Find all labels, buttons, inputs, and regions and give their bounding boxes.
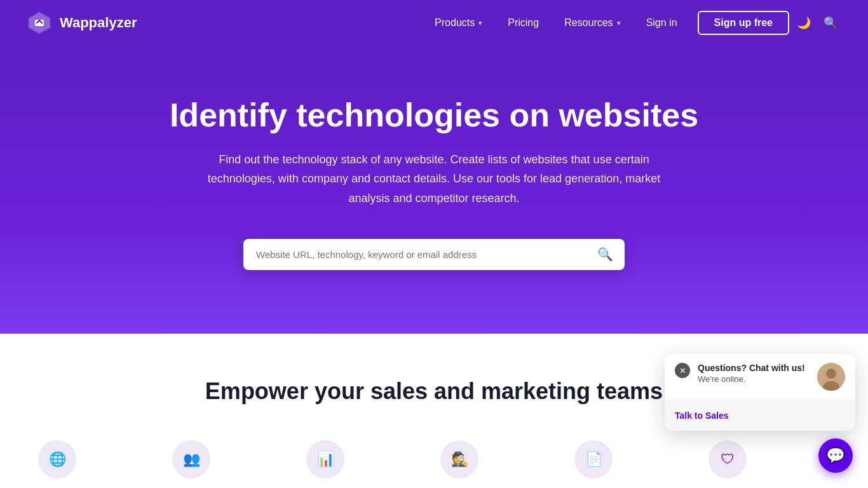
chat-bubble-button[interactable]: 💬 [818, 438, 853, 473]
feature-icon: 🌐 [38, 440, 76, 478]
search-icon: 🔍 [824, 16, 837, 30]
chevron-down-icon: ▾ [478, 19, 482, 27]
hero-description: Find out the technology stack of any web… [199, 150, 669, 208]
search-input[interactable] [256, 241, 591, 268]
feature-icon: 🕵 [440, 440, 478, 478]
chat-header: ✕ Questions? Chat with us! We're online. [665, 354, 855, 400]
search-submit-button[interactable]: 🔍 [591, 241, 620, 267]
hero-section: Identify technologies on websites Find o… [0, 46, 868, 334]
avatar [817, 363, 845, 391]
nav-link-pricing[interactable]: Pricing [498, 12, 549, 34]
nav-item-pricing: Pricing [498, 12, 549, 34]
feature-item[interactable]: 👥 Lead generation Find prospects by the … [172, 440, 294, 488]
logo-text: Wappalyzer [60, 15, 137, 31]
nav-link-signin[interactable]: Sign in [636, 12, 688, 33]
navbar: Wappalyzer Products ▾ Pricing Resources … [0, 0, 868, 46]
nav-item-signup: Sign up free [693, 11, 789, 35]
talk-to-sales-button[interactable]: Talk to Sales [675, 408, 729, 423]
chat-title: Questions? Chat with us! [698, 363, 810, 373]
dark-mode-button[interactable]: 🌙 [792, 11, 816, 35]
features-grid: 🌐 Website profiling Find out what websit… [38, 440, 830, 488]
search-icon: 🔍 [597, 247, 613, 262]
feature-item[interactable]: 🛡 Security recon [709, 440, 830, 488]
svg-point-4 [826, 369, 836, 379]
search-button[interactable]: 🔍 [818, 11, 843, 35]
nav-list: Products ▾ Pricing Resources ▾ Sign in S… [424, 11, 789, 35]
search-bar: 🔍 [243, 239, 625, 270]
chat-widget: ✕ Questions? Chat with us! We're online.… [665, 354, 855, 431]
chat-footer: Talk to Sales [665, 400, 855, 431]
nav-item-signin: Sign in [636, 17, 688, 29]
moon-icon: 🌙 [797, 16, 811, 30]
feature-item[interactable]: 🌐 Website profiling Find out what websit… [38, 440, 159, 488]
feature-icon: 👥 [172, 440, 210, 478]
feature-item[interactable]: 🕵 Competitor analysis Discover who uses … [440, 440, 562, 488]
feature-icon: 📊 [306, 440, 344, 478]
chat-text: Questions? Chat with us! We're online. [698, 363, 810, 384]
hero-heading: Identify technologies on websites [25, 97, 843, 135]
feature-item[interactable]: 📊 Market research Compare market shares … [306, 440, 428, 488]
nav-link-products[interactable]: Products ▾ [424, 12, 492, 34]
feature-icon: 🛡 [709, 440, 747, 478]
logo-icon [25, 9, 53, 37]
chat-icon: 💬 [826, 447, 845, 464]
logo-link[interactable]: Wappalyzer [25, 9, 137, 37]
nav-item-products: Products ▾ [424, 12, 492, 34]
feature-item[interactable]: 📄 Data enrichment Technology, company an… [574, 440, 696, 488]
chat-close-button[interactable]: ✕ [675, 363, 690, 378]
nav-link-resources[interactable]: Resources ▾ [554, 12, 630, 34]
chevron-down-icon: ▾ [617, 19, 621, 27]
feature-icon: 📄 [574, 440, 613, 478]
avatar-image [817, 363, 845, 391]
nav-item-resources: Resources ▾ [554, 12, 630, 34]
chat-subtitle: We're online. [698, 374, 810, 384]
signup-button[interactable]: Sign up free [698, 11, 789, 35]
